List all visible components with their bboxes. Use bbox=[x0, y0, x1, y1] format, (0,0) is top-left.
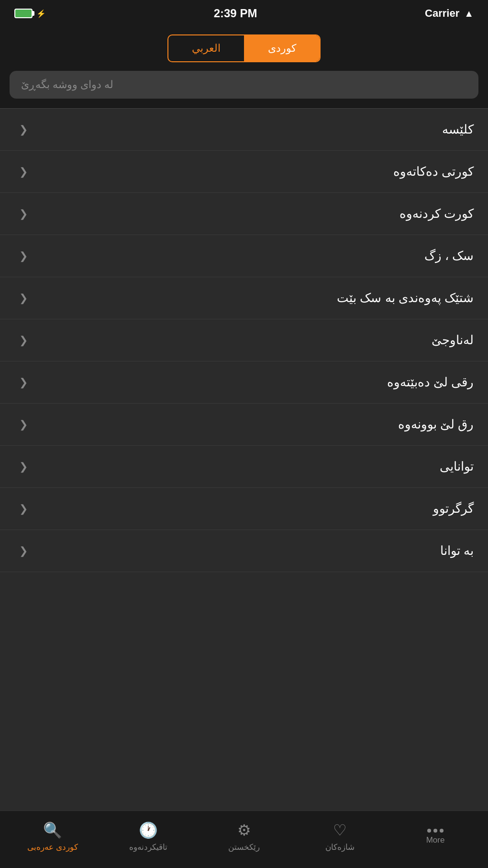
bottom-tab-more-label: More bbox=[426, 835, 445, 845]
list-item[interactable]: شتێک پەوەندی به سک بێت❮ bbox=[0, 277, 488, 319]
status-time: 2:39 PM bbox=[214, 7, 257, 20]
list-item-text: لەناوجێ bbox=[432, 333, 474, 348]
status-bar: Carrier ▲ 2:39 PM ⚡ bbox=[0, 0, 488, 27]
search-placeholder: له دوای ووشه بگەڕێ bbox=[21, 79, 113, 91]
list-item[interactable]: رق لێ بوونەوه❮ bbox=[0, 404, 488, 446]
carrier-label: Carrier bbox=[425, 7, 459, 20]
bottom-tab-bar: More ♡ شازەکان ⚙ رێکخستن 🕐 تاقیکردنەوه 🔍… bbox=[0, 811, 488, 868]
battery-area: ⚡ bbox=[14, 9, 46, 18]
dots-icon bbox=[427, 829, 444, 833]
bottom-tab-history[interactable]: 🕐 تاقیکردنەوه bbox=[100, 821, 196, 852]
clock-icon: 🕐 bbox=[139, 821, 158, 839]
battery-icon bbox=[14, 9, 33, 18]
main-content: کلێسه❮کورتی دەکاتەوه❮کورت کردنەوه❮سک ، ز… bbox=[0, 109, 488, 630]
gear-icon: ⚙ bbox=[237, 821, 251, 839]
list-item[interactable]: کلێسه❮ bbox=[0, 109, 488, 151]
carrier-wifi: Carrier ▲ bbox=[425, 7, 474, 20]
list-item[interactable]: توانایی❮ bbox=[0, 446, 488, 488]
list-item-text: کورتی دەکاتەوه bbox=[393, 164, 474, 179]
wifi-icon: ▲ bbox=[464, 8, 474, 19]
language-tab-group: کوردی العربي bbox=[167, 34, 321, 62]
chevron-left-icon: ❮ bbox=[19, 418, 28, 431]
bottom-tab-search[interactable]: 🔍 کوردی عەرەبی bbox=[5, 821, 100, 852]
list-item-text: شتێک پەوەندی به سک بێت bbox=[337, 291, 474, 305]
charging-icon: ⚡ bbox=[36, 9, 46, 18]
list-item[interactable]: گرگرتوو❮ bbox=[0, 488, 488, 530]
list-item[interactable]: لەناوجێ❮ bbox=[0, 319, 488, 361]
list-item[interactable]: کورت کردنەوه❮ bbox=[0, 193, 488, 235]
chevron-left-icon: ❮ bbox=[19, 545, 28, 557]
chevron-left-icon: ❮ bbox=[19, 461, 28, 473]
tab-kurdish[interactable]: کوردی bbox=[244, 35, 320, 61]
chevron-left-icon: ❮ bbox=[19, 208, 28, 220]
list-item[interactable]: به توانا❮ bbox=[0, 530, 488, 572]
word-list: کلێسه❮کورتی دەکاتەوه❮کورت کردنەوه❮سک ، ز… bbox=[0, 109, 488, 572]
search-bar[interactable]: له دوای ووشه بگەڕێ bbox=[10, 71, 478, 99]
list-item-text: به توانا bbox=[440, 543, 474, 558]
list-item-text: سک ، زگ bbox=[424, 248, 474, 263]
list-item[interactable]: سک ، زگ❮ bbox=[0, 235, 488, 277]
bottom-tab-settings[interactable]: ⚙ رێکخستن bbox=[196, 821, 292, 852]
list-item-text: کلێسه bbox=[442, 122, 474, 137]
bottom-tab-favorites-label: شازەکان bbox=[325, 842, 355, 852]
bottom-tab-favorites[interactable]: ♡ شازەکان bbox=[292, 821, 388, 852]
heart-icon: ♡ bbox=[333, 821, 347, 839]
list-item-text: رق لێ بوونەوه bbox=[398, 417, 474, 432]
chevron-left-icon: ❮ bbox=[19, 503, 28, 515]
tab-arabic[interactable]: العربي bbox=[168, 35, 244, 61]
list-item[interactable]: رقی لێ دەبێتەوه❮ bbox=[0, 361, 488, 404]
bottom-tab-more[interactable]: More bbox=[388, 829, 483, 845]
bottom-tab-search-label: کوردی عەرەبی bbox=[27, 842, 78, 852]
chevron-left-icon: ❮ bbox=[19, 166, 28, 178]
list-item-text: گرگرتوو bbox=[433, 501, 474, 516]
list-item-text: توانایی bbox=[440, 459, 474, 474]
bottom-tab-settings-label: رێکخستن bbox=[228, 842, 260, 852]
chevron-left-icon: ❮ bbox=[19, 292, 28, 304]
list-item[interactable]: کورتی دەکاتەوه❮ bbox=[0, 151, 488, 193]
chevron-left-icon: ❮ bbox=[19, 250, 28, 262]
chevron-left-icon: ❮ bbox=[19, 124, 28, 136]
chevron-left-icon: ❮ bbox=[19, 334, 28, 347]
list-item-text: کورت کردنەوه bbox=[399, 206, 474, 221]
bottom-tab-history-label: تاقیکردنەوه bbox=[129, 842, 167, 852]
list-item-text: رقی لێ دەبێتەوه bbox=[387, 375, 474, 390]
header: کوردی العربي له دوای ووشه بگەڕێ bbox=[0, 27, 488, 108]
tab-switcher: کوردی العربي bbox=[10, 34, 478, 62]
chevron-left-icon: ❮ bbox=[19, 376, 28, 389]
search-icon: 🔍 bbox=[43, 821, 62, 839]
